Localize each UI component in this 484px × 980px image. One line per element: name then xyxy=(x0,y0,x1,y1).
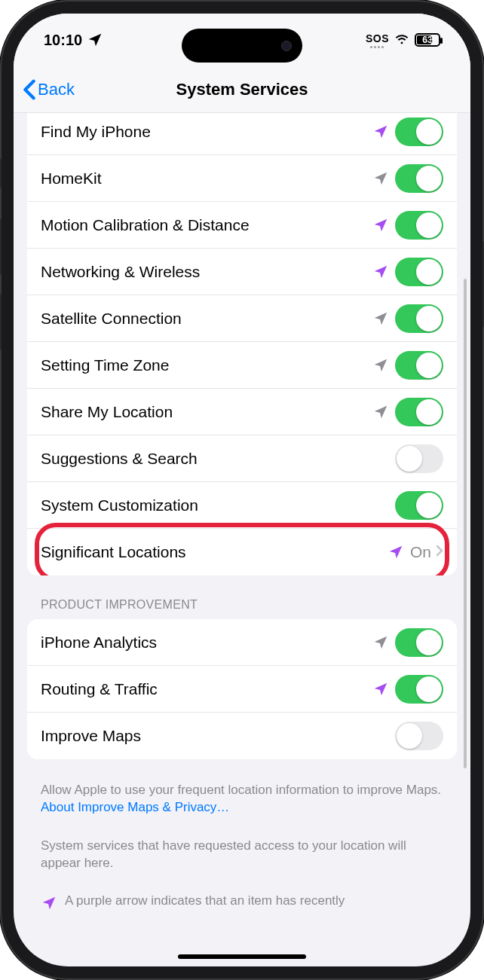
row-label: Motion Calibration & Distance xyxy=(41,216,372,234)
chevron-right-icon xyxy=(436,545,443,560)
dynamic-island xyxy=(182,29,302,63)
row-homekit: HomeKit xyxy=(27,155,457,202)
footer-text: Allow Apple to use your frequent locatio… xyxy=(41,783,441,797)
row-label: Improve Maps xyxy=(41,727,395,745)
chevron-left-icon xyxy=(23,79,36,100)
legend-purple-arrow: A purple arrow indicates that an item ha… xyxy=(14,893,470,917)
screen: 10:10 SOS 63 xyxy=(14,14,470,966)
location-arrow-icon xyxy=(372,217,389,234)
row-share-my-location: Share My Location xyxy=(27,389,457,435)
content-scroll[interactable]: Find My iPhone HomeKit Motion Calibratio… xyxy=(14,113,470,966)
toggle-satellite-connection[interactable] xyxy=(395,304,443,333)
status-time: 10:10 xyxy=(44,32,82,49)
toggle-share-my-location[interactable] xyxy=(395,398,443,426)
row-label: System Customization xyxy=(41,496,395,514)
wifi-icon xyxy=(394,30,410,50)
about-improve-maps-link[interactable]: About Improve Maps & Privacy… xyxy=(41,800,229,814)
side-button xyxy=(0,158,2,188)
row-label: Share My Location xyxy=(41,403,372,421)
toggle-system-customization[interactable] xyxy=(395,491,443,520)
toggle-routing-traffic[interactable] xyxy=(395,675,443,704)
row-label: Satellite Connection xyxy=(41,310,372,328)
row-improve-maps: Improve Maps xyxy=(27,713,457,759)
footer-system-services: System services that have requested acce… xyxy=(14,838,470,893)
side-button xyxy=(0,218,2,275)
home-indicator[interactable] xyxy=(178,954,306,959)
row-setting-time-zone: Setting Time Zone xyxy=(27,342,457,389)
row-label: Suggestions & Search xyxy=(41,450,395,468)
location-arrow-icon xyxy=(372,404,389,420)
toggle-iphone-analytics[interactable] xyxy=(395,628,443,657)
row-iphone-analytics: iPhone Analytics xyxy=(27,619,457,666)
scrollbar[interactable] xyxy=(464,279,467,768)
row-label: Routing & Traffic xyxy=(41,680,372,698)
toggle-homekit[interactable] xyxy=(395,164,443,193)
page-title: System Services xyxy=(176,80,308,99)
back-label: Back xyxy=(38,80,75,99)
phone-frame: 10:10 SOS 63 xyxy=(0,0,484,980)
side-button xyxy=(0,294,2,350)
battery-icon: 63 xyxy=(415,33,440,47)
services-group: Find My iPhone HomeKit Motion Calibratio… xyxy=(27,113,457,575)
location-arrow-icon xyxy=(372,170,389,187)
toggle-setting-time-zone[interactable] xyxy=(395,351,443,380)
legend-text: A purple arrow indicates that an item ha… xyxy=(65,893,345,908)
toggle-improve-maps[interactable] xyxy=(395,722,443,750)
status-sos: SOS xyxy=(366,32,389,44)
location-arrow-icon xyxy=(372,264,389,280)
row-significant-locations[interactable]: Significant Locations On xyxy=(27,529,457,575)
location-active-icon xyxy=(87,32,103,48)
row-label: HomeKit xyxy=(41,169,372,188)
location-arrow-icon xyxy=(372,357,389,374)
row-satellite-connection: Satellite Connection xyxy=(27,295,457,342)
location-arrow-icon xyxy=(372,634,389,651)
row-label: Significant Locations xyxy=(41,543,388,561)
row-label: iPhone Analytics xyxy=(41,633,372,652)
row-networking-wireless: Networking & Wireless xyxy=(27,249,457,295)
row-label: Networking & Wireless xyxy=(41,263,372,281)
back-button[interactable]: Back xyxy=(23,79,75,100)
location-arrow-icon xyxy=(388,544,404,560)
status-dots xyxy=(370,46,384,48)
row-detail: On xyxy=(410,543,431,561)
row-label: Find My iPhone xyxy=(41,123,372,141)
camera-dot xyxy=(281,41,292,51)
toggle-motion-calibration[interactable] xyxy=(395,211,443,240)
row-label: Setting Time Zone xyxy=(41,356,372,374)
section-header-product-improvement: PRODUCT IMPROVEMENT xyxy=(14,598,470,619)
toggle-suggestions-search[interactable] xyxy=(395,444,443,473)
location-arrow-icon xyxy=(41,895,57,911)
row-routing-traffic: Routing & Traffic xyxy=(27,666,457,713)
footer-improve-maps: Allow Apple to use your frequent locatio… xyxy=(14,782,470,838)
row-motion-calibration: Motion Calibration & Distance xyxy=(27,202,457,249)
toggle-find-my-iphone[interactable] xyxy=(395,118,443,146)
row-suggestions-search: Suggestions & Search xyxy=(27,435,457,482)
location-arrow-icon xyxy=(372,124,389,140)
location-arrow-icon xyxy=(372,681,389,698)
nav-bar: Back System Services xyxy=(14,66,470,113)
row-find-my-iphone: Find My iPhone xyxy=(27,113,457,155)
row-system-customization: System Customization xyxy=(27,482,457,529)
location-arrow-icon xyxy=(372,310,389,327)
toggle-networking-wireless[interactable] xyxy=(395,258,443,286)
product-improvement-group: iPhone Analytics Routing & Traffic Impro… xyxy=(27,619,457,759)
